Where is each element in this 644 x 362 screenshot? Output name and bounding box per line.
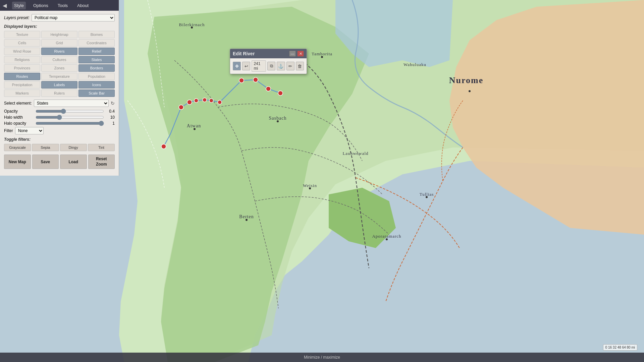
- halo-opacity-label: Halo opacity: [4, 121, 34, 126]
- svg-point-9: [253, 77, 258, 82]
- reset-zoom-button[interactable]: Reset Zoom: [88, 155, 115, 169]
- river-tool-select[interactable]: ✥: [233, 62, 241, 70]
- layer-texture[interactable]: Texture: [4, 31, 40, 38]
- svg-point-26: [194, 128, 196, 130]
- svg-point-28: [246, 219, 248, 221]
- layer-routes[interactable]: Routes: [4, 73, 40, 80]
- layer-relief[interactable]: Relief: [78, 48, 115, 55]
- toggle-filters-grid: Grayscale Sepia Dingy Tint: [4, 144, 115, 151]
- select-element-row: Select element: States Rivers Borders Ro…: [4, 100, 115, 107]
- layer-coordinates[interactable]: Coordinates: [78, 39, 115, 47]
- river-tool-copy[interactable]: ⧉: [267, 62, 275, 70]
- layer-labels[interactable]: Labels: [41, 81, 77, 88]
- edit-river-dialog: Edit River — ✕ ✥ ↩ 241 mi ⧉ ⚓ ✏ 🗑: [230, 49, 307, 74]
- opacity-slider[interactable]: [36, 109, 104, 114]
- select-element-label: Select element:: [4, 101, 32, 106]
- load-button[interactable]: Load: [60, 155, 87, 169]
- svg-point-29: [386, 238, 388, 240]
- halo-width-slider[interactable]: [36, 115, 104, 120]
- layer-wind-rose[interactable]: Wind Rose: [4, 48, 40, 55]
- layer-zones[interactable]: Zones: [41, 64, 77, 72]
- layer-rivers[interactable]: Rivers: [41, 48, 77, 55]
- back-button[interactable]: ◀: [3, 2, 7, 9]
- svg-text:Nurome: Nurome: [449, 75, 484, 85]
- layer-scale-bar[interactable]: Scale Bar: [78, 89, 115, 97]
- refresh-button[interactable]: ↻: [111, 101, 115, 106]
- river-tool-edit[interactable]: ✏: [286, 62, 294, 70]
- svg-point-30: [426, 196, 428, 198]
- edit-river-title: Edit River: [233, 51, 255, 56]
- svg-point-1: [161, 144, 166, 149]
- displayed-layers-label: Displayed layers:: [4, 24, 115, 29]
- layers-preset-select[interactable]: Political map: [32, 14, 115, 21]
- layer-heightmap[interactable]: Heightmap: [41, 31, 77, 38]
- layer-precipitation[interactable]: Precipitation: [4, 81, 40, 88]
- river-tool-undo[interactable]: ↩: [242, 62, 250, 70]
- menu-options[interactable]: Options: [31, 2, 50, 9]
- layers-grid: Texture Heightmap Biomes Cells Grid Coor…: [4, 31, 115, 97]
- layer-states[interactable]: States: [78, 56, 115, 63]
- svg-text:Bilerkirnach: Bilerkirnach: [179, 22, 205, 27]
- layer-icons[interactable]: Icons: [78, 81, 115, 88]
- opacity-row: Opacity 0.4: [4, 109, 115, 114]
- action-buttons-row: New Map Save Load Reset Zoom: [4, 155, 115, 169]
- edit-river-header: Edit River — ✕: [230, 49, 307, 58]
- svg-text:Berten: Berten: [239, 214, 254, 219]
- layer-population[interactable]: Population: [78, 73, 115, 80]
- svg-point-11: [278, 91, 283, 96]
- filter-grayscale[interactable]: Grayscale: [4, 144, 31, 151]
- filter-dingy[interactable]: Dingy: [60, 144, 87, 151]
- layer-provinces[interactable]: Provinces: [4, 64, 40, 72]
- river-length: 241 mi: [252, 60, 266, 72]
- filter-tint[interactable]: Tint: [88, 144, 115, 151]
- filter-row: Filter None Blur Grayscale Sepia: [4, 127, 115, 134]
- window-buttons: — ✕: [289, 51, 304, 57]
- svg-point-31: [469, 90, 471, 92]
- layer-religions[interactable]: Religions: [4, 56, 40, 63]
- layer-cultures[interactable]: Cultures: [41, 56, 77, 63]
- save-button[interactable]: Save: [32, 155, 59, 169]
- svg-text:Tamborita: Tamborita: [312, 51, 332, 56]
- close-button[interactable]: ✕: [297, 51, 304, 57]
- filter-sepia[interactable]: Sepia: [32, 144, 59, 151]
- opacity-label: Opacity: [4, 109, 34, 114]
- svg-text:Aporaramarch: Aporaramarch: [372, 234, 401, 239]
- layer-cells[interactable]: Cells: [4, 39, 40, 47]
- layer-biomes[interactable]: Biomes: [78, 31, 115, 38]
- svg-point-27: [309, 187, 311, 189]
- halo-width-label: Halo width: [4, 115, 34, 120]
- svg-text:Atwan: Atwan: [187, 123, 201, 128]
- layer-borders[interactable]: Borders: [78, 64, 115, 72]
- menu-tools[interactable]: Tools: [56, 2, 70, 9]
- layer-temperature[interactable]: Temperature: [41, 73, 77, 80]
- svg-point-8: [239, 78, 244, 83]
- minimize-button[interactable]: —: [289, 51, 296, 57]
- select-element-dropdown[interactable]: States Rivers Borders Routes Labels: [34, 100, 109, 107]
- svg-text:Lauhwewald: Lauhwewald: [342, 151, 368, 156]
- menu-style[interactable]: Style: [12, 2, 26, 9]
- halo-width-row: Halo width 10: [4, 115, 115, 120]
- halo-opacity-slider[interactable]: [36, 121, 104, 126]
- bottom-bar[interactable]: Minimize / maximize: [0, 353, 644, 362]
- menu-about[interactable]: About: [75, 2, 91, 9]
- river-tool-delete[interactable]: 🗑: [296, 62, 304, 70]
- toggle-filters-label: Toggle filters:: [4, 137, 115, 142]
- bottom-bar-label: Minimize / maximize: [304, 355, 340, 360]
- svg-point-25: [277, 120, 279, 122]
- layers-preset-row: Layers preset: Political map: [4, 14, 115, 21]
- opacity-value: 0.4: [105, 109, 115, 114]
- svg-point-4: [194, 99, 198, 103]
- halo-opacity-value: 1: [105, 121, 115, 126]
- layer-markers[interactable]: Markers: [4, 89, 40, 97]
- svg-point-24: [321, 56, 323, 58]
- menu-bar: ◀ Style Options Tools About: [0, 0, 119, 11]
- svg-text:Tullias: Tullias: [420, 192, 434, 197]
- layer-grid[interactable]: Grid: [41, 39, 77, 47]
- filter-dropdown[interactable]: None Blur Grayscale Sepia: [15, 127, 44, 134]
- halo-opacity-row: Halo opacity 1: [4, 121, 115, 126]
- scale-bar: 0 16 32 48 64 80 mi: [603, 344, 637, 351]
- layer-rulers[interactable]: Rulers: [41, 89, 77, 97]
- new-map-button[interactable]: New Map: [4, 155, 31, 169]
- river-tool-anchor[interactable]: ⚓: [277, 62, 285, 70]
- svg-text:Sasbach: Sasbach: [269, 116, 287, 121]
